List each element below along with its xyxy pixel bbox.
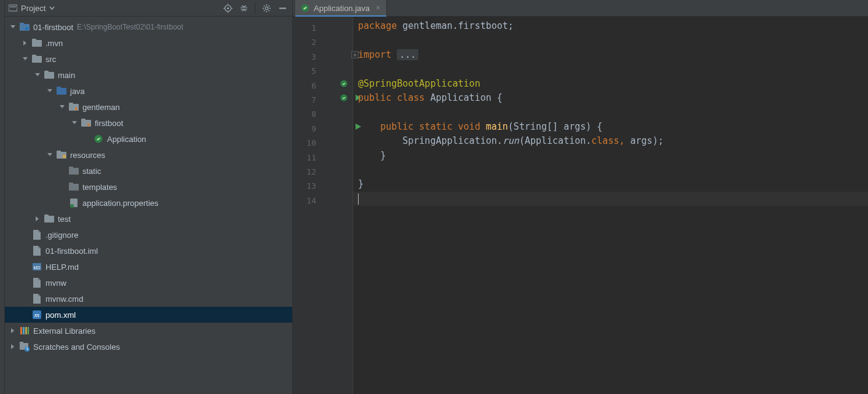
hide-icon[interactable]	[276, 2, 289, 14]
line-number: 5	[293, 64, 316, 78]
expand-arrow-icon[interactable]	[46, 87, 54, 95]
gear-icon[interactable]	[260, 2, 273, 14]
svg-rect-21	[81, 119, 86, 121]
code-line: }	[358, 149, 868, 163]
expand-arrow-icon	[58, 199, 66, 207]
spring-bean-icon[interactable]	[339, 79, 349, 89]
svg-rect-42	[28, 327, 29, 334]
project-tree[interactable]: 01-firstbootE:\SpringBootTest02\01-first…	[5, 17, 292, 394]
expand-arrow-icon[interactable]	[46, 151, 54, 159]
module-icon	[20, 22, 30, 32]
tree-item[interactable]: Scratches and Consoles	[5, 339, 292, 355]
folder-icon	[44, 70, 54, 80]
code-area[interactable]: package gentleman.firstboot;import ...@S…	[353, 17, 868, 394]
locate-icon[interactable]	[221, 2, 234, 14]
caret-line	[353, 192, 868, 206]
tree-item-label: .gitignore	[46, 230, 78, 240]
svg-rect-0	[9, 5, 17, 11]
tree-item[interactable]: mpom.xml	[5, 307, 292, 323]
file-icon	[32, 246, 42, 256]
project-title: Project	[21, 4, 46, 13]
separator	[255, 2, 255, 14]
side-tool-strip[interactable]	[0, 0, 5, 394]
svg-rect-39	[20, 327, 22, 334]
project-toolbar: Project	[5, 0, 292, 17]
project-dropdown[interactable]: Project	[9, 4, 218, 13]
svg-rect-7	[20, 23, 24, 25]
code-line: SpringApplication.run(Application.class,…	[358, 134, 868, 148]
tree-item[interactable]: gentleman	[5, 99, 292, 115]
tree-item[interactable]: .mvn	[5, 35, 292, 51]
tree-item[interactable]: mvnw.cmd	[5, 291, 292, 307]
tree-item-label: mvnw	[46, 278, 66, 288]
expand-arrow-icon[interactable]	[70, 119, 79, 127]
close-icon[interactable]: ×	[376, 4, 380, 12]
svg-rect-12	[32, 55, 36, 57]
tree-item-label: src	[46, 55, 56, 64]
folder-icon	[44, 214, 54, 224]
folder-icon	[32, 54, 42, 64]
tree-item-label: mvnw.cmd	[46, 294, 83, 304]
gutter[interactable]: 123567891011121314+	[293, 17, 353, 394]
svg-rect-44	[20, 342, 23, 344]
expand-arrow-icon[interactable]	[9, 342, 17, 351]
tree-item-label: pom.xml	[46, 310, 76, 320]
tree-item[interactable]: mvnw	[5, 275, 292, 291]
tree-item-label: Scratches and Consoles	[33, 342, 120, 352]
editor[interactable]: 123567891011121314+ package gentleman.fi…	[293, 17, 868, 394]
svg-point-32	[70, 204, 74, 208]
svg-rect-30	[69, 183, 73, 185]
svg-text:m: m	[34, 311, 39, 318]
expand-arrow-icon[interactable]	[9, 23, 17, 31]
expand-arrow-icon[interactable]	[21, 55, 30, 63]
expand-arrow-icon[interactable]	[9, 326, 17, 335]
tree-item-label: 01-firstboot	[33, 23, 73, 32]
tree-item[interactable]: src	[5, 51, 292, 67]
line-number: 11	[293, 151, 316, 165]
collapse-all-icon[interactable]	[237, 2, 250, 14]
expand-arrow-icon	[21, 310, 30, 319]
editor-tab-filename: Application.java	[314, 4, 370, 13]
expand-arrow-icon	[82, 135, 91, 143]
dropdown-chevron-icon	[49, 6, 55, 11]
tree-item[interactable]: Application	[5, 131, 292, 147]
svg-rect-16	[57, 87, 61, 89]
tree-item[interactable]: main	[5, 67, 292, 83]
expand-arrow-icon[interactable]	[33, 71, 42, 79]
tree-item[interactable]: External Libraries	[5, 323, 292, 339]
tree-item[interactable]: MDHELP.md	[5, 259, 292, 275]
editor-tab[interactable]: Application.java ×	[295, 0, 387, 16]
spring-bean-icon[interactable]	[339, 93, 349, 103]
tree-item[interactable]: .gitignore	[5, 227, 292, 243]
editor-area: Application.java × 123567891011121314+ p…	[293, 0, 868, 394]
tree-item[interactable]: java	[5, 83, 292, 99]
tree-item[interactable]: firstboot	[5, 115, 292, 131]
spring-class-icon	[300, 3, 310, 13]
line-number: 8	[293, 107, 316, 121]
tree-item-path: E:\SpringBootTest02\01-firstboot	[77, 23, 183, 31]
tree-item-label: External Libraries	[33, 326, 95, 336]
svg-point-3	[226, 7, 228, 9]
expand-arrow-icon[interactable]	[33, 215, 42, 223]
tree-item[interactable]: 01-firstbootE:\SpringBootTest02\01-first…	[5, 19, 292, 35]
expand-arrow-icon	[21, 262, 30, 271]
tree-item[interactable]: 01-firstboot.iml	[5, 243, 292, 259]
expand-arrow-icon[interactable]	[21, 39, 30, 47]
tree-item[interactable]: application.properties	[5, 195, 292, 211]
scratch-icon	[20, 342, 30, 352]
expand-arrow-icon[interactable]	[58, 103, 66, 111]
svg-rect-26	[63, 155, 66, 158]
tree-item[interactable]: test	[5, 211, 292, 227]
tree-item[interactable]: resources	[5, 147, 292, 163]
tree-item-label: static	[82, 167, 101, 176]
md-icon: MD	[32, 262, 42, 272]
svg-rect-18	[69, 103, 73, 105]
svg-rect-25	[57, 151, 61, 153]
src-folder-icon	[57, 86, 66, 96]
code-line: package gentleman.firstboot;	[358, 19, 868, 33]
res-folder-icon	[57, 150, 66, 160]
tree-item-label: HELP.md	[46, 262, 79, 272]
tree-item[interactable]: templates	[5, 179, 292, 195]
tree-item[interactable]: static	[5, 163, 292, 179]
libs-icon	[20, 326, 30, 336]
